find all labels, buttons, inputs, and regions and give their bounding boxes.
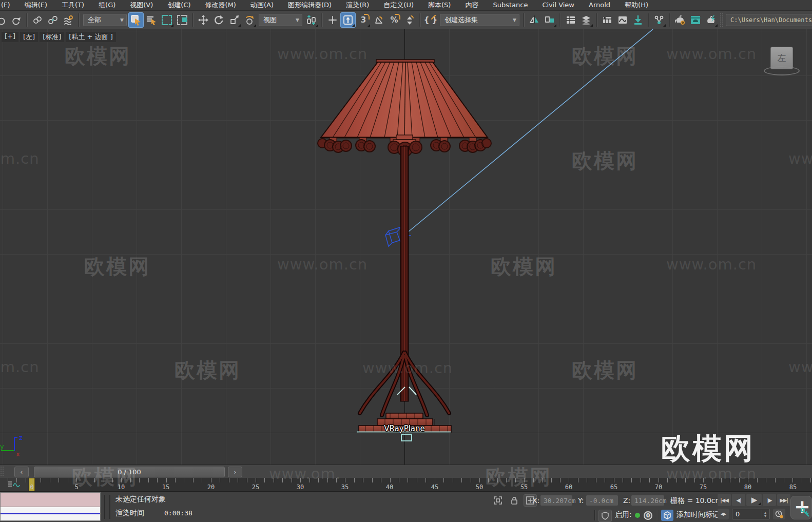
viewport-standard-menu[interactable]: [标准] <box>40 32 64 42</box>
menu-item[interactable]: 组(G) <box>91 0 123 10</box>
selection-filter-dropdown[interactable]: 全部▼ <box>83 14 127 26</box>
menu-item[interactable]: 编辑(E) <box>17 0 54 10</box>
viewport-left[interactable]: [+] [左] [标准] [粘土 + 边面 ] 左 VRayPlane y z … <box>0 29 812 465</box>
isolate-selection-icon[interactable] <box>492 495 504 506</box>
viewcube-face[interactable]: 左 <box>770 47 793 69</box>
viewport-general-menu[interactable]: [+] <box>2 32 18 42</box>
menu-item[interactable]: 创建(C) <box>160 0 198 10</box>
menu-item[interactable]: 自定义(U) <box>376 0 421 10</box>
toggle-ribbon-button[interactable] <box>600 12 615 28</box>
shield-icon[interactable] <box>598 510 612 522</box>
named-selection-sets-dropdown[interactable]: 创建选择集▼ <box>440 14 519 26</box>
angle-snap-3d-button[interactable]: 3 <box>356 12 371 28</box>
snap-move-icon[interactable] <box>325 12 340 28</box>
rectangular-selection-region-button[interactable] <box>159 12 175 28</box>
menu-item[interactable]: 动画(A) <box>243 0 281 10</box>
menu-item[interactable]: Substance <box>486 0 535 10</box>
menu-item[interactable]: 内容 <box>458 0 486 10</box>
toggle-layer-explorer-button[interactable] <box>578 12 594 28</box>
render-to-texture-button[interactable] <box>630 12 646 28</box>
ruler-ticks <box>0 478 812 482</box>
menu-item[interactable]: 脚本(S) <box>421 0 458 10</box>
time-configuration-button[interactable] <box>773 509 785 519</box>
select-object-button[interactable] <box>128 12 144 28</box>
spinner-snap-toggle-button[interactable] <box>402 12 417 28</box>
snaps-toggle-button[interactable] <box>340 12 356 28</box>
toolbar-grip[interactable] <box>720 13 723 27</box>
timeline-ruler[interactable]: 0510152025303540455055606570758085 <box>28 478 812 491</box>
viewcube[interactable]: 左 <box>766 46 797 76</box>
previous-frame-button[interactable]: ‹ <box>14 467 29 477</box>
menu-item[interactable]: 渲染(R) <box>339 0 376 10</box>
add-key-button[interactable]: + <box>790 496 812 519</box>
menu-item[interactable]: (F) <box>0 0 17 10</box>
render-setup-button[interactable] <box>672 12 688 28</box>
mirror-button[interactable] <box>527 12 542 28</box>
redo-icon[interactable] <box>9 12 24 28</box>
select-and-scale-button[interactable] <box>226 12 242 28</box>
key-mode-toggle-button[interactable]: ◀▶ <box>718 509 729 519</box>
viewport-shading-menu[interactable]: [粘土 + 边面 ] <box>66 32 115 42</box>
current-frame-field[interactable]: 0 ▲▼ <box>732 509 770 519</box>
zero-badge[interactable]: 0 <box>644 511 652 520</box>
vray-plane-gizmo[interactable] <box>401 434 412 441</box>
render-production-button[interactable] <box>703 12 719 28</box>
add-time-tag[interactable]: 添加时间标记 <box>676 510 720 519</box>
statusbar-separator <box>657 510 658 520</box>
track-bar[interactable]: 0510152025303540455055606570758085 <box>0 478 812 492</box>
menu-item[interactable]: Arnold <box>582 0 617 10</box>
menu-item[interactable]: 工具(T) <box>54 0 91 10</box>
angle-snap-toggle-button[interactable] <box>371 12 386 28</box>
go-to-end-button[interactable]: ▶▶| <box>777 494 790 506</box>
use-pivot-point-center-button[interactable] <box>304 12 319 28</box>
go-to-start-button[interactable]: |◀◀ <box>718 494 731 506</box>
menu-item[interactable]: 视图(V) <box>123 0 160 10</box>
select-by-name-button[interactable] <box>144 12 159 28</box>
frame-spinner[interactable]: ▲▼ <box>762 510 768 518</box>
time-slider[interactable]: 0 / 100 <box>34 467 225 477</box>
enable-label: 启用: <box>615 510 632 519</box>
select-and-place-button[interactable] <box>242 12 257 28</box>
previous-frame-key-button[interactable]: ◀| <box>732 494 745 506</box>
schematic-view-button[interactable] <box>651 12 667 28</box>
next-frame-button[interactable]: › <box>228 467 242 477</box>
reference-coordinate-system-dropdown[interactable]: 视图▼ <box>259 14 302 26</box>
undo-icon[interactable] <box>0 12 9 28</box>
lamp-model[interactable] <box>0 29 812 465</box>
window-crossing-toggle-button[interactable] <box>175 12 190 28</box>
y-coordinate-field[interactable]: -0.0cm <box>586 495 618 506</box>
curve-editor-button[interactable] <box>615 12 630 28</box>
viewport-pov-menu[interactable]: [左] <box>20 32 38 42</box>
menu-item[interactable]: 图形编辑器(D) <box>281 0 339 10</box>
listener-macro-pane[interactable] <box>1 493 100 507</box>
maxscript-mini-listener[interactable] <box>0 492 101 521</box>
z-coordinate-field[interactable]: 114.26cm <box>631 495 664 506</box>
x-coordinate-label: X: <box>532 496 539 505</box>
listener-script-pane[interactable] <box>1 507 100 520</box>
x-coordinate-field[interactable]: 30.207cm <box>540 495 572 506</box>
align-button[interactable] <box>542 12 557 28</box>
ruler-frame-number: 65 <box>610 484 617 491</box>
chevron-down-icon: ▼ <box>115 17 124 23</box>
bind-to-space-warp-icon[interactable] <box>61 12 76 28</box>
world-axis-tripod: y z x <box>0 435 36 466</box>
select-and-rotate-button[interactable] <box>211 12 226 28</box>
menu-item[interactable]: 修改器(M) <box>198 0 243 10</box>
ruler-frame-number: 0 <box>30 484 33 491</box>
toggle-scene-explorer-button[interactable] <box>563 12 578 28</box>
selection-lock-icon[interactable] <box>508 495 520 506</box>
toolbar-grip[interactable] <box>0 466 4 477</box>
toolbar-separator <box>648 13 649 27</box>
next-frame-key-button[interactable]: |▶ <box>763 494 776 506</box>
select-and-link-icon[interactable] <box>30 12 45 28</box>
rendered-frame-window-button[interactable] <box>688 12 703 28</box>
unlink-selection-icon[interactable] <box>45 12 61 28</box>
percent-snap-toggle-button[interactable]: % <box>386 12 402 28</box>
edit-named-selection-sets-button[interactable]: { } <box>423 12 438 28</box>
project-folder-dropdown[interactable]: C:\Users\Han\Documents\3ds Max 2022▼ <box>726 14 812 26</box>
menu-item[interactable]: 帮助(H) <box>617 0 655 10</box>
select-and-move-button[interactable] <box>196 12 211 28</box>
play-button[interactable]: ▶ <box>746 494 762 506</box>
time-tag-cube-icon[interactable] <box>661 510 673 521</box>
menu-item[interactable]: Civil View <box>535 0 582 10</box>
